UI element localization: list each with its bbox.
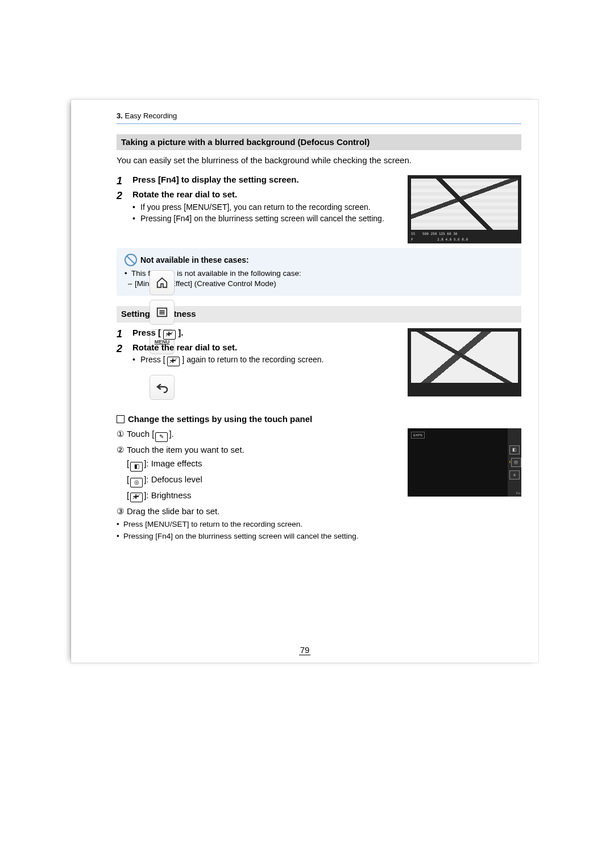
- circled-number-2: ②: [117, 444, 127, 456]
- note-box: Not available in these cases: •This func…: [117, 248, 521, 296]
- defocus-level-icon: ◎: [130, 478, 143, 487]
- touch-step-3: Drag the slide bar to set.: [127, 506, 219, 517]
- manual-page: MENU 3. Easy Recording Taking a picture …: [71, 100, 538, 663]
- square-bullet-icon: [117, 415, 125, 423]
- back-icon: [155, 381, 169, 394]
- touch-icon-brightness: ±: [509, 470, 520, 480]
- chapter-title: Easy Recording: [123, 111, 177, 120]
- steps-brightness: 1 Press [ ]. 2 Rotate the rear dial to s…: [117, 327, 521, 367]
- step-number: 2: [117, 189, 132, 224]
- touch-subheading: Change the settings by using the touch p…: [117, 414, 521, 425]
- step-2-bullet-2: Pressing [Fn4] on the blurriness setting…: [140, 213, 384, 224]
- steps-defocus: 1 Press [Fn4] to display the setting scr…: [117, 174, 521, 224]
- page-number: 79: [71, 645, 538, 655]
- step-1-brightness: Press [ ].: [132, 327, 401, 340]
- home-button[interactable]: [150, 270, 175, 295]
- note-heading: Not available in these cases:: [140, 255, 249, 266]
- touch-bullet-2: Pressing [Fn4] on the blurriness setting…: [123, 531, 358, 542]
- step-2-brightness: Rotate the rear dial to set.: [132, 342, 401, 353]
- home-icon: [156, 276, 168, 289]
- step-2-brightness-bullet: Press [ ] again to return to the recordi…: [140, 354, 323, 366]
- step-2-bullet-1: If you press [MENU/SET], you can return …: [140, 202, 371, 213]
- back-button[interactable]: [150, 375, 175, 400]
- chapter-number: 3.: [117, 111, 123, 120]
- illus-f-values: 2.8 4.0 5.6 8.0: [437, 237, 468, 242]
- brightness-icon: [130, 493, 143, 502]
- touch-tab-icon: ✎: [155, 432, 168, 442]
- illus-f-label: F: [411, 237, 420, 242]
- step-number: 1: [117, 327, 132, 341]
- circled-number-3: ③: [117, 506, 127, 517]
- contents-button[interactable]: [150, 300, 175, 325]
- list-icon: [156, 306, 168, 319]
- step-number: 1: [117, 174, 132, 188]
- section-heading-defocus: Taking a picture with a blurred backgrou…: [117, 134, 521, 150]
- illus-ss-values: 500 250 125 60 30: [422, 232, 457, 236]
- illustration-touch: EXPS ◧ ‹◎ ± Fn: [408, 428, 521, 497]
- illus-ss-label: SS: [411, 232, 420, 236]
- section-heading-brightness: Setting brightness: [117, 306, 521, 322]
- touch-step-2: Touch the item you want to set.: [127, 444, 244, 456]
- touch-illus-fn: Fn: [516, 491, 520, 495]
- not-available-icon: [125, 254, 137, 266]
- touch-icon-defocus: ◎: [511, 458, 521, 467]
- touch-bullet-1: Press [MENU/SET] to return to the record…: [123, 519, 302, 530]
- exposure-comp-icon: [163, 330, 176, 340]
- breadcrumb: 3. Easy Recording: [117, 111, 521, 124]
- circled-number-1: ①: [117, 428, 127, 442]
- touch-icon-effects: ◧: [509, 445, 520, 454]
- touch-step-1: Touch [✎].: [127, 428, 174, 442]
- image-effects-icon: ◧: [130, 462, 143, 472]
- section-intro-text: You can easily set the blurriness of the…: [117, 155, 521, 166]
- step-2-title: Rotate the rear dial to set.: [132, 189, 401, 200]
- step-1-title: Press [Fn4] to display the setting scree…: [132, 174, 401, 185]
- touch-illus-label: EXPS: [411, 432, 425, 439]
- exposure-comp-icon: [167, 357, 180, 366]
- step-number: 2: [117, 342, 132, 366]
- page-content: 3. Easy Recording Taking a picture with …: [71, 100, 538, 553]
